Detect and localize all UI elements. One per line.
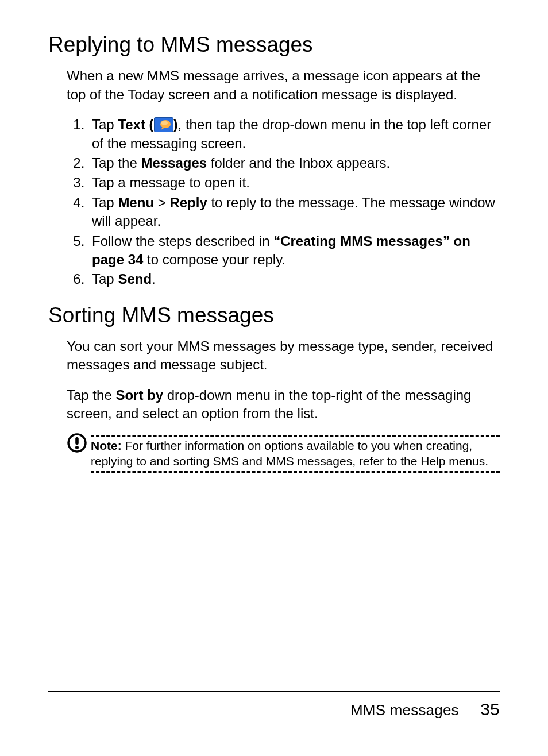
step-2-text-a: Tap the (92, 155, 141, 171)
step-1-bold-close: ) (173, 117, 178, 132)
step-2-text-c: folder and the Inbox appears. (207, 155, 390, 171)
step-5: Follow the steps described in “Creating … (88, 232, 500, 269)
step-6-text-c: . (152, 271, 156, 287)
svg-point-6 (75, 446, 79, 449)
dashed-divider-bottom (91, 471, 500, 473)
step-2-bold: Messages (141, 155, 207, 171)
speech-bubble-icon (154, 117, 173, 132)
note-block: Note: For further information on options… (67, 435, 500, 477)
step-6-bold-send: Send (118, 271, 152, 287)
svg-point-3 (161, 121, 168, 125)
p2-text-a: Tap the (67, 387, 115, 403)
step-4-text-a: Tap (92, 195, 118, 210)
step-3: Tap a message to open it. (88, 173, 500, 192)
footer-rule (48, 691, 500, 692)
step-4-bold-menu: Menu (118, 195, 154, 210)
note-body: For further information on options avail… (91, 439, 488, 468)
intro-paragraph: When a new MMS message arrives, a messag… (67, 67, 500, 104)
step-4-sep: > (154, 195, 169, 210)
p2-bold-sortby: Sort by (115, 387, 163, 403)
step-1-bold-text: Text ( (118, 117, 153, 132)
document-page: Replying to MMS messages When a new MMS … (0, 0, 548, 756)
alert-icon (67, 433, 87, 477)
footer-line: MMS messages 35 (48, 700, 500, 719)
dashed-divider-top (91, 435, 500, 437)
note-label: Note: (91, 439, 122, 452)
step-5-text-a: Follow the steps described in (92, 233, 273, 249)
step-2: Tap the Messages folder and the Inbox ap… (88, 154, 500, 172)
svg-rect-5 (75, 437, 79, 445)
footer-title: MMS messages (350, 701, 459, 719)
step-6: Tap Send. (88, 270, 500, 288)
text-icon-wrapper (154, 117, 173, 132)
heading-sorting: Sorting MMS messages (48, 303, 500, 328)
step-4-bold-reply: Reply (169, 195, 207, 210)
sorting-paragraph-2: Tap the Sort by drop-down menu in the to… (67, 386, 500, 423)
steps-list: Tap Text ( ), then tap the drop-down men… (67, 115, 500, 289)
step-4: Tap Menu > Reply to reply to the message… (88, 194, 500, 231)
step-1: Tap Text ( ), then tap the drop-down men… (88, 115, 500, 153)
sorting-paragraph-1: You can sort your MMS messages by messag… (67, 337, 500, 375)
step-1-text-a: Tap (92, 117, 118, 132)
step-5-text-c: to compose your reply. (143, 252, 285, 267)
note-text-line: Note: For further information on options… (91, 438, 500, 469)
step-6-text-a: Tap (92, 271, 118, 287)
page-number: 35 (480, 700, 500, 719)
note-content: Note: For further information on options… (87, 435, 500, 477)
heading-replying: Replying to MMS messages (48, 32, 500, 57)
page-footer: MMS messages 35 (48, 691, 500, 719)
